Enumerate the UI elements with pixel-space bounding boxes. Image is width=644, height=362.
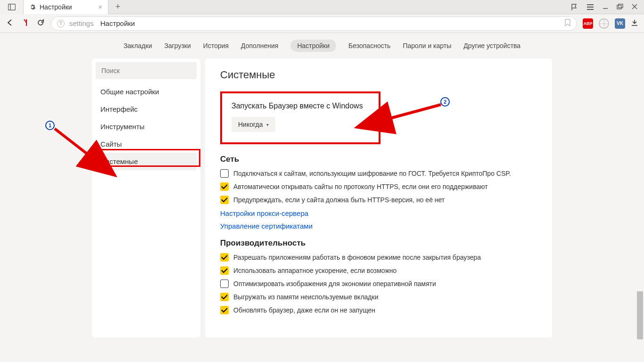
- bookmark-icon[interactable]: [564, 19, 571, 28]
- panel-icon: [8, 4, 16, 10]
- performance-heading: Производительность: [220, 239, 537, 248]
- tab-title: Настройки: [40, 3, 72, 11]
- svg-rect-6: [617, 5, 621, 9]
- window-close-button[interactable]: [632, 3, 637, 11]
- topnav-other-devices[interactable]: Другие устройства: [463, 42, 520, 49]
- checkbox[interactable]: [220, 280, 229, 288]
- checkbox[interactable]: [220, 196, 229, 204]
- checkbox[interactable]: [220, 253, 229, 262]
- certificates-link[interactable]: Управление сертификатами: [220, 222, 537, 230]
- perf-option-optimize-images[interactable]: Оптимизировать изображения для экономии …: [220, 279, 537, 288]
- panel-toggle-button[interactable]: [0, 0, 24, 14]
- window-minimize-button[interactable]: [603, 3, 608, 11]
- translate-extension-icon[interactable]: [599, 18, 609, 29]
- sidebar-item-sites[interactable]: Сайты: [96, 135, 197, 153]
- yandex-home-button[interactable]: [21, 18, 30, 28]
- url-title: Настройки: [100, 19, 135, 27]
- startup-title: Запускать Браузер вместе с Windows: [231, 102, 369, 110]
- settings-topnav: Закладки Загрузки История Дополнения Нас…: [0, 33, 644, 58]
- search-input[interactable]: [96, 62, 197, 79]
- network-option-https-auto[interactable]: Автоматически открывать сайты по протоко…: [220, 182, 537, 191]
- sidebar-flag-icon[interactable]: [570, 3, 578, 11]
- address-bar[interactable]: Y settings Настройки: [51, 16, 577, 31]
- downloads-button[interactable]: [631, 19, 638, 28]
- svg-rect-0: [8, 4, 15, 10]
- topnav-downloads[interactable]: Загрузки: [164, 42, 190, 49]
- topnav-settings[interactable]: Настройки: [290, 40, 336, 52]
- settings-sidebar: Общие настройки Интерфейс Инструменты Са…: [92, 58, 200, 337]
- perf-option-unload-tabs[interactable]: Выгружать из памяти неиспользуемые вклад…: [220, 292, 537, 302]
- checkbox[interactable]: [220, 306, 229, 314]
- window-maximize-button[interactable]: [617, 3, 623, 11]
- topnav-security[interactable]: Безопасность: [348, 42, 390, 49]
- settings-content: Системные Запускать Браузер вместе с Win…: [205, 58, 552, 337]
- perf-option-auto-update[interactable]: Обновлять браузер, даже если он не запущ…: [220, 305, 537, 315]
- menu-icon[interactable]: [586, 4, 594, 10]
- browser-toolbar: Y settings Настройки ABP VK: [0, 14, 644, 33]
- topnav-passwords[interactable]: Пароли и карты: [403, 42, 451, 49]
- startup-dropdown[interactable]: Никогда ▾: [231, 117, 275, 132]
- annotation-highlight-startup: Запускать Браузер вместе с Windows Никог…: [220, 91, 380, 144]
- tab-close-button[interactable]: ×: [99, 3, 102, 11]
- gear-icon: [29, 4, 36, 10]
- startup-dropdown-value: Никогда: [238, 121, 263, 128]
- perf-option-hw-accel[interactable]: Использовать аппаратное ускорение, если …: [220, 266, 537, 275]
- svg-rect-7: [619, 4, 623, 8]
- vk-extension-icon[interactable]: VK: [615, 18, 625, 29]
- checkbox[interactable]: [220, 169, 229, 178]
- topnav-bookmarks[interactable]: Закладки: [124, 42, 152, 49]
- adblock-extension-icon[interactable]: ABP: [583, 18, 593, 29]
- url-scheme: settings: [69, 19, 94, 27]
- sidebar-item-system[interactable]: Системные: [96, 153, 197, 170]
- chevron-down-icon: ▾: [266, 122, 269, 127]
- sidebar-item-general[interactable]: Общие настройки: [96, 83, 197, 100]
- perf-option-background[interactable]: Разрешать приложениям работать в фоновом…: [220, 253, 537, 262]
- new-tab-button[interactable]: +: [108, 2, 127, 12]
- sidebar-item-tools[interactable]: Инструменты: [96, 118, 197, 135]
- network-option-gost[interactable]: Подключаться к сайтам, использующим шифр…: [220, 169, 537, 178]
- proxy-settings-link[interactable]: Настройки прокси-сервера: [220, 209, 537, 217]
- window-titlebar: Настройки × +: [0, 0, 644, 14]
- checkbox[interactable]: [220, 182, 229, 191]
- sidebar-item-interface[interactable]: Интерфейс: [96, 100, 197, 118]
- topnav-addons[interactable]: Дополнения: [241, 42, 278, 49]
- reload-button[interactable]: [36, 19, 45, 28]
- checkbox[interactable]: [220, 293, 229, 301]
- back-button[interactable]: [6, 19, 15, 27]
- site-identity-icon: Y: [57, 20, 65, 27]
- browser-tab[interactable]: Настройки ×: [24, 0, 108, 14]
- topnav-history[interactable]: История: [203, 42, 229, 49]
- network-option-https-warn[interactable]: Предупреждать, если у сайта должна быть …: [220, 195, 537, 205]
- checkbox[interactable]: [220, 266, 229, 275]
- page-title: Системные: [220, 69, 537, 81]
- scrollbar-thumb[interactable]: [637, 291, 643, 339]
- network-heading: Сеть: [220, 155, 537, 164]
